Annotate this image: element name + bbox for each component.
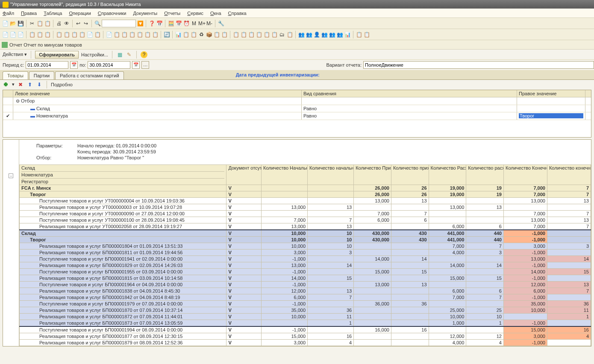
toolbar-icon[interactable]: 🔧 <box>218 20 224 27</box>
table-row[interactable]: Реализация товаров и услуг БП000001811 о… <box>20 250 591 256</box>
toolbar-icon[interactable]: 🔍 <box>94 20 101 27</box>
toolbar-icon[interactable]: 📋 <box>44 31 51 38</box>
filter-right-value[interactable] <box>517 105 585 112</box>
toolbar-icon[interactable]: 👁 <box>63 20 70 27</box>
toolbar-icon[interactable]: 📋 <box>29 31 35 38</box>
filter-check[interactable]: ✔ <box>3 112 13 120</box>
table-row[interactable]: ТворогV10,00010430,000430441,000440-1,00… <box>20 237 591 243</box>
toolbar-icon[interactable]: 📦 <box>206 31 212 38</box>
toolbar-icon[interactable]: M <box>191 20 197 27</box>
toolbar-icon[interactable]: 🖨 <box>56 20 62 27</box>
remove-filter-icon[interactable]: ✖ <box>17 81 24 88</box>
move-up-icon[interactable]: ⬆ <box>26 81 33 88</box>
toolbar-icon[interactable]: 📋 <box>36 20 43 27</box>
table-row[interactable]: Реализация товаров и услуг БП000001873 о… <box>20 320 591 327</box>
toolbar-icon[interactable]: 💾 <box>17 20 24 27</box>
table-row[interactable]: Поступление товаров и услуг УТ000000004 … <box>20 198 591 204</box>
table-row[interactable]: Реализация товаров и услуг БП000001815 о… <box>20 275 591 282</box>
toolbar-icon[interactable]: 📄 <box>17 31 24 38</box>
toolbar-icon[interactable]: 👥 <box>329 31 335 38</box>
toolbar-icon[interactable]: 📄 <box>86 31 93 38</box>
toolbar-icon[interactable]: 📋 <box>71 31 78 38</box>
export-icon[interactable]: ▦ <box>116 51 123 58</box>
toolbar-icon[interactable]: 📋 <box>79 31 85 38</box>
table-row[interactable]: Поступление товаров и услуг БП000001941 … <box>20 256 591 262</box>
toolbar-icon[interactable]: 📋 <box>56 31 62 38</box>
tab-parties[interactable]: Партии <box>29 71 54 79</box>
toolbar-icon[interactable]: 📄 <box>2 31 9 38</box>
toolbar-search-input[interactable] <box>102 20 136 27</box>
table-row[interactable]: Реализация товаров и услуг БП000001870 о… <box>20 307 591 314</box>
toolbar-icon[interactable]: 📋 <box>129 31 135 38</box>
toolbar-icon[interactable]: 📋 <box>363 31 370 38</box>
tab-party-remains[interactable]: Работа с остатками партий <box>55 71 124 79</box>
toolbar-icon[interactable]: 📋 <box>136 31 143 38</box>
table-row[interactable]: Реализация товаров и услуг БП000001879 о… <box>20 340 591 346</box>
tool-icon[interactable]: ✎ <box>126 51 132 58</box>
table-row[interactable]: Поступление товаров и услуг БП000001994 … <box>20 326 591 333</box>
toolbar-icon[interactable]: 👥 <box>298 31 305 38</box>
toolbar-icon[interactable]: 📋 <box>213 31 220 38</box>
table-row[interactable]: Поступление товаров и услуг УТ000000090 … <box>20 211 591 217</box>
filter-right-value[interactable]: Творог <box>517 112 585 120</box>
variant-input[interactable] <box>363 61 594 69</box>
menu-Отчеты[interactable]: Отчеты <box>164 11 180 16</box>
toolbar-icon[interactable]: 📋 <box>221 31 228 38</box>
toolbar-icon[interactable]: ❓ <box>148 20 155 27</box>
col-qty-out[interactable]: Количество Расход <box>429 165 466 185</box>
col-qty-end[interactable]: Количество Конечный остаток <box>503 165 547 185</box>
toolbar-icon[interactable]: 📋 <box>286 31 293 38</box>
toolbar-icon[interactable]: 📋 <box>113 31 120 38</box>
report-content[interactable]: Параметры:Начало периода: 01.09.2014 0:0… <box>19 140 591 346</box>
table-row[interactable]: Реализация товаров и услуг УТ000002058 о… <box>20 223 591 230</box>
calendar-to-button[interactable]: 📅 <box>132 61 140 69</box>
add-filter-icon[interactable]: 🞦 <box>3 81 9 88</box>
table-row[interactable]: Реализация товаров и услуг БП000001829 о… <box>20 262 591 269</box>
toolbar-icon[interactable]: 📂 <box>9 20 16 27</box>
col-qty-start[interactable]: Количество Начальный остаток <box>261 165 307 185</box>
toolbar-icon[interactable]: 🗂 <box>279 31 285 38</box>
filter-row[interactable]: ✔▬ НоменклатураРавноТворог <box>3 112 591 120</box>
filter-right-value[interactable] <box>517 97 585 105</box>
toolbar-icon[interactable]: ⏰ <box>183 20 190 27</box>
table-row[interactable]: Реализация товаров и услуг БП000001804 о… <box>20 243 591 250</box>
table-row[interactable]: Поступление товаров и услуг БП000001955 … <box>20 269 591 275</box>
toolbar-icon[interactable]: 📋 <box>182 31 189 38</box>
toolbar-icon[interactable]: 📋 <box>152 31 159 38</box>
toolbar-icon[interactable]: 📅 <box>156 20 163 27</box>
table-row[interactable]: Реализация товаров и услуг УТ000000003 о… <box>20 204 591 211</box>
toolbar-icon[interactable]: ✂ <box>29 20 35 27</box>
filter-row[interactable]: ⊖ Отбор <box>3 97 591 105</box>
detail-button[interactable]: Подробно <box>51 82 73 87</box>
table-row[interactable]: ТворогV26,0002619,000197,0007 <box>20 191 591 198</box>
table-row[interactable]: Реализация товаров и услуг БП000001877 о… <box>20 333 591 340</box>
toolbar-icon[interactable]: 📄 <box>9 31 16 38</box>
table-row[interactable]: Поступление товаров и услуг БП000001964 … <box>20 282 591 288</box>
menu-Справочники[interactable]: Справочники <box>98 11 126 16</box>
toolbar-icon[interactable]: 📋 <box>94 31 101 38</box>
collapse-node-icon[interactable]: − <box>9 173 13 178</box>
table-row[interactable]: Поступление товаров и услуг УТ000000100 … <box>20 217 591 223</box>
help-icon[interactable]: ? <box>141 51 147 58</box>
period-picker-button[interactable]: … <box>141 61 149 69</box>
toolbar-icon[interactable]: 📋 <box>232 31 239 38</box>
period-to-input[interactable] <box>88 61 130 69</box>
toolbar-icon[interactable]: 📋 <box>190 31 197 38</box>
menu-Правка[interactable]: Правка <box>21 11 37 16</box>
generate-button[interactable]: Сформировать <box>35 51 79 59</box>
tab-products[interactable]: Товары <box>3 71 28 79</box>
filter-check[interactable] <box>3 105 13 112</box>
period-from-input[interactable] <box>26 61 68 69</box>
toolbar-icon[interactable]: 🔽 <box>137 20 144 27</box>
move-down-icon[interactable]: ⬇ <box>36 81 43 88</box>
table-row[interactable]: FCA г. МинскV26,0002619,000197,0007 <box>20 185 591 191</box>
toolbar-icon[interactable]: ♻ <box>198 31 205 38</box>
toolbar-icon[interactable]: 📋 <box>256 31 262 38</box>
toolbar-icon[interactable]: 📊 <box>175 31 182 38</box>
table-row[interactable]: СкладV10,00010430,000430441,000440-1,000 <box>20 230 591 237</box>
toolbar-icon[interactable]: 📅 <box>175 20 182 27</box>
toolbar-icon[interactable]: 📊 <box>344 31 351 38</box>
toolbar-icon[interactable]: 📋 <box>36 31 43 38</box>
toolbar-icon[interactable]: 👥 <box>336 31 343 38</box>
menu-Операции[interactable]: Операции <box>69 11 91 16</box>
